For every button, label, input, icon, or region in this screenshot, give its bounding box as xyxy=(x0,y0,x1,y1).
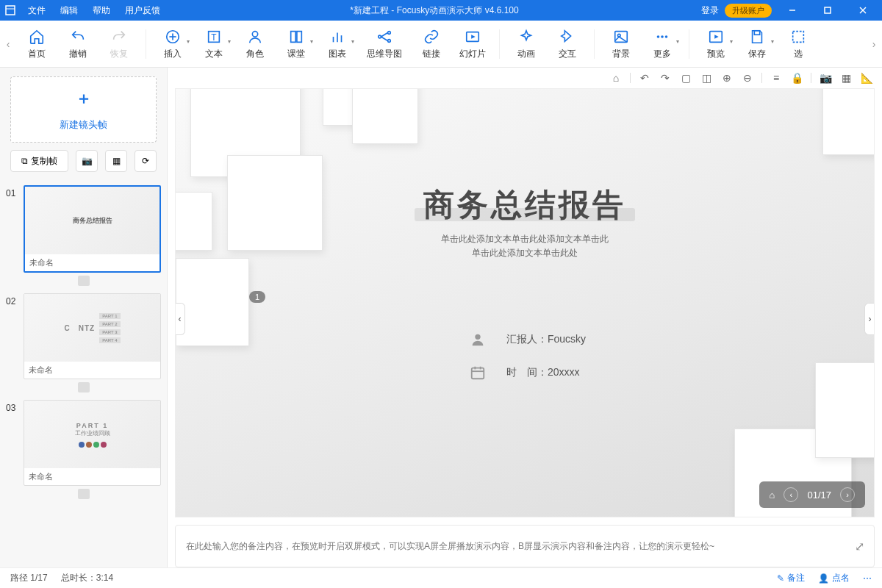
nav-next-button[interactable]: › xyxy=(840,487,855,502)
tool-home[interactable]: 首页 xyxy=(16,21,57,68)
loop-button[interactable]: ⟳ xyxy=(135,150,157,172)
toolbar-scroll-left[interactable]: ‹ xyxy=(0,21,16,68)
tool-interact[interactable]: 交互 xyxy=(547,21,588,68)
remark-button[interactable]: ✎备注 xyxy=(777,572,805,584)
lock-icon[interactable]: 🔒 xyxy=(790,72,803,84)
toolbar-scroll-right[interactable]: › xyxy=(866,21,882,68)
thumb-number: 01 xyxy=(6,185,19,273)
menu-file[interactable]: 文件 xyxy=(21,4,53,17)
slide-subtitle[interactable]: 单击此处添加文本单击此处添加文本单击此 单击此处添加文本单击此处 xyxy=(441,232,609,260)
home-icon xyxy=(29,27,45,46)
svg-point-25 xyxy=(661,35,664,38)
zoom-out-icon[interactable]: ⊖ xyxy=(741,72,754,84)
home-view-icon[interactable]: ⌂ xyxy=(609,72,623,84)
nav-overlay: ⌂ ‹ 01/17 › xyxy=(759,481,865,508)
window-title: *新建工程 - Focusky动画演示大师 v4.6.100 xyxy=(168,4,701,17)
svg-line-18 xyxy=(381,33,387,37)
upgrade-badge[interactable]: 升级账户 xyxy=(725,4,772,18)
collapse-right-handle[interactable]: › xyxy=(864,303,875,335)
tool-bg[interactable]: 背景 xyxy=(600,21,642,68)
maximize-button[interactable] xyxy=(813,0,842,21)
tool-save[interactable]: 保存▾ xyxy=(736,21,778,68)
svg-point-24 xyxy=(657,35,660,38)
minimize-button[interactable] xyxy=(778,0,807,21)
qr-button[interactable]: ▦ xyxy=(105,150,127,172)
svg-point-16 xyxy=(388,32,391,35)
svg-rect-3 xyxy=(825,7,831,13)
svg-rect-30 xyxy=(793,32,804,43)
presenter-row[interactable]: 汇报人：Foucsky xyxy=(470,331,586,348)
expand-notes-icon[interactable]: ⤢ xyxy=(845,526,874,567)
tool-mindmap[interactable]: 思维导图 xyxy=(358,21,411,68)
svg-point-11 xyxy=(252,32,257,37)
sparkle-icon xyxy=(518,27,534,46)
copy-frame-button[interactable]: ⧉复制帧 xyxy=(10,150,68,172)
notes-panel: ⤢ xyxy=(175,525,875,567)
nav-home-icon[interactable]: ⌂ xyxy=(770,490,775,501)
ruler-icon[interactable]: 📐 xyxy=(860,72,873,84)
thumb-number: 02 xyxy=(6,293,19,379)
menu-feedback[interactable]: 用户反馈 xyxy=(118,4,168,17)
thumbnail-3[interactable]: PART 1 工作业绩回顾 未命名 xyxy=(24,400,161,486)
grid-icon[interactable]: ▦ xyxy=(839,72,853,84)
copy-icon: ⧉ xyxy=(21,156,28,166)
nav-page-indicator: 01/17 xyxy=(807,490,831,501)
titlebar: 文件 编辑 帮助 用户反馈 *新建工程 - Focusky动画演示大师 v4.6… xyxy=(0,0,882,21)
crop-icon[interactable]: ◫ xyxy=(700,72,713,84)
tool-link[interactable]: 链接 xyxy=(411,21,452,68)
fit-icon[interactable]: ▢ xyxy=(679,72,692,84)
rotate-right-icon[interactable]: ↷ xyxy=(659,72,672,84)
tool-slide[interactable]: 幻灯片 xyxy=(452,21,493,68)
qr-icon: ▦ xyxy=(112,156,121,166)
zoom-in-icon[interactable]: ⊕ xyxy=(720,72,734,84)
tool-more[interactable]: 更多▾ xyxy=(642,21,683,68)
calendar-icon xyxy=(470,365,486,381)
mindmap-icon xyxy=(376,27,392,46)
tool-select[interactable]: 选​ xyxy=(778,21,819,68)
tool-insert[interactable]: 插入▾ xyxy=(152,21,193,68)
notes-input[interactable] xyxy=(176,526,845,567)
new-frame-button[interactable]: ＋ 新建镜头帧 xyxy=(10,76,157,143)
svg-marker-28 xyxy=(714,35,719,39)
undo-icon xyxy=(70,27,86,46)
rotate-left-icon[interactable]: ↶ xyxy=(638,72,651,84)
collapse-left-handle[interactable]: ‹ xyxy=(175,303,185,335)
svg-text:T: T xyxy=(211,32,216,43)
tool-chart[interactable]: 图表▾ xyxy=(317,21,358,68)
camera-button[interactable]: 📷 xyxy=(76,150,98,172)
tool-redo[interactable]: 恢复 xyxy=(98,21,140,68)
date-row[interactable]: 时 间：20xxxx xyxy=(470,365,580,381)
status-more-button[interactable]: ⋯ xyxy=(863,573,872,584)
timer-icon[interactable] xyxy=(78,489,90,499)
tool-text[interactable]: T文本▾ xyxy=(193,21,234,68)
frame-badge[interactable]: 1 xyxy=(249,291,265,303)
thumbnail-1[interactable]: 商务总结报告 未命名 xyxy=(24,185,161,273)
tool-role[interactable]: 角色 xyxy=(234,21,276,68)
cursor-icon xyxy=(790,27,806,46)
chart-icon xyxy=(329,27,345,46)
close-button[interactable] xyxy=(848,0,878,21)
menu-edit[interactable]: 编辑 xyxy=(53,4,85,17)
nav-prev-button[interactable]: ‹ xyxy=(784,487,798,502)
menu-help[interactable]: 帮助 xyxy=(85,4,118,17)
tool-undo[interactable]: 撤销 xyxy=(57,21,98,68)
tool-preview[interactable]: 预览▾ xyxy=(695,21,736,68)
save-icon xyxy=(749,27,765,46)
thumbnail-2[interactable]: C NTZ PART 1 PART 2 PART 3 PART 4 未命名 xyxy=(24,293,161,379)
tool-anim[interactable]: 动画 xyxy=(506,21,547,68)
login-link[interactable]: 登录 xyxy=(701,4,719,17)
svg-marker-21 xyxy=(471,35,476,39)
slide-title[interactable]: 商务总结报告 xyxy=(423,184,626,226)
roll-button[interactable]: 👤点名 xyxy=(818,572,850,584)
timer-icon[interactable] xyxy=(78,276,90,286)
tool-class[interactable]: 课堂▾ xyxy=(276,21,317,68)
snapshot-icon[interactable]: 📷 xyxy=(819,72,832,84)
thumbnail-list[interactable]: 01 商务总结报告 未命名 02 C NTZ PART 1 PART 2 PAR… xyxy=(0,179,167,567)
align-icon[interactable]: ≡ xyxy=(770,72,783,84)
person-icon: 👤 xyxy=(818,573,829,584)
timer-icon[interactable] xyxy=(78,382,90,392)
play-icon xyxy=(708,27,724,46)
redo-icon xyxy=(111,27,127,46)
plus-circle-icon xyxy=(165,27,181,46)
canvas[interactable]: 商务总结报告 单击此处添加文本单击此处添加文本单击此 单击此处添加文本单击此处 … xyxy=(175,88,875,517)
